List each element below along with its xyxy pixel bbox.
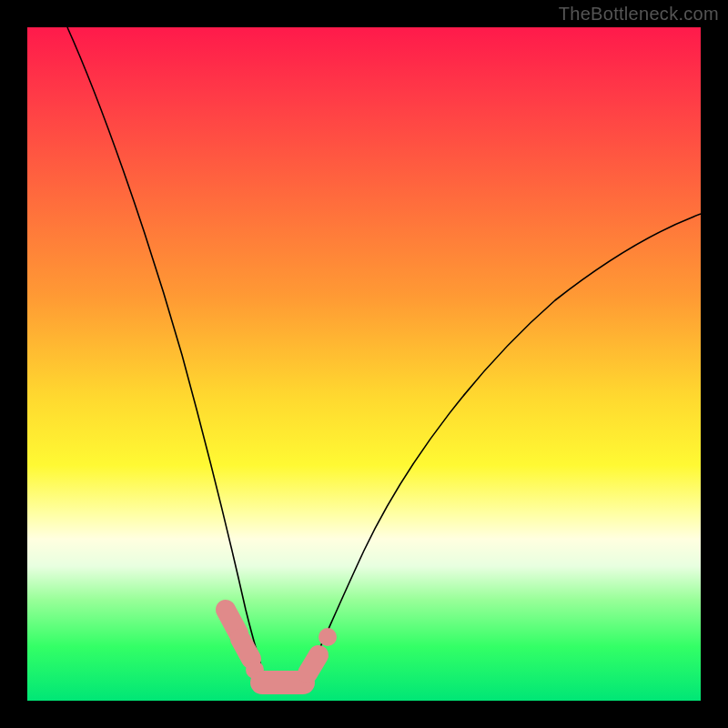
marker-pill-3	[308, 655, 318, 673]
right-curve	[303, 214, 701, 682]
marker-dot-2	[318, 628, 337, 646]
left-curve	[67, 27, 267, 682]
watermark-text: TheBottleneck.com	[559, 4, 719, 25]
marker-pill-2	[240, 639, 251, 659]
plot-area	[27, 27, 701, 701]
outer-frame: TheBottleneck.com	[0, 0, 728, 728]
chart-svg	[27, 27, 701, 701]
